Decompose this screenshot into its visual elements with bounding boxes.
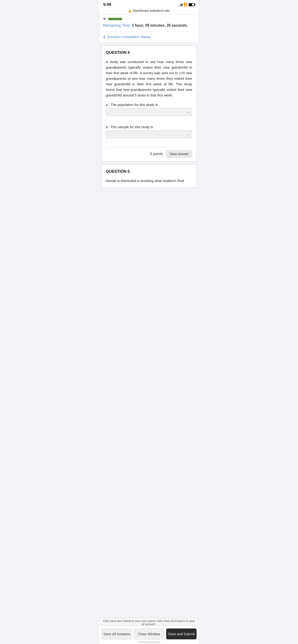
timer-collapse-row [103, 18, 195, 20]
page-content: Remaining Time: 1 hour, 09 minutes, 26 s… [99, 14, 199, 218]
sub-b-text: The sample for this study is [111, 125, 153, 129]
question-4-title: QUESTION 4 [106, 50, 192, 55]
signal-icon [178, 3, 182, 6]
points-label: 6 points [150, 152, 163, 156]
sub-a-dropdown[interactable] [106, 108, 192, 116]
sub-b-period: . [106, 139, 192, 143]
status-bar: 5:09 📶 [99, 0, 199, 8]
timer-text: Remaining Time: 1 hour, 09 minutes, 26 s… [103, 22, 195, 30]
question-5-body-partial: Harriet is interested in knowing what st… [106, 178, 192, 184]
divider [103, 31, 195, 32]
completion-arrow-icon: ❮ [103, 35, 106, 38]
sub-b-dropdown[interactable] [106, 130, 192, 138]
status-time: 5:09 [103, 2, 111, 7]
url-text: blackboard.waketech.edu [133, 9, 170, 12]
sub-a-period: . [106, 117, 192, 121]
collapse-arrow-icon[interactable] [103, 18, 106, 20]
completion-label: Question Completion Status: [107, 35, 151, 39]
question-5-title: QUESTION 5 [106, 169, 192, 174]
remaining-label: Remaining Time: [103, 24, 131, 27]
wifi-icon: 📶 [184, 3, 187, 6]
sub-b-letter: b. [106, 125, 109, 129]
status-icons: 📶 [178, 3, 195, 6]
sub-question-a-label: a. The population for this study is [106, 103, 192, 107]
timer-section: Remaining Time: 1 hour, 09 minutes, 26 s… [99, 14, 199, 43]
remaining-value: 1 hour, 09 minutes, 26 seconds. [132, 24, 188, 27]
sub-a-letter: a. [106, 103, 109, 107]
battery-icon [189, 3, 195, 6]
question-4-card: QUESTION 4 A study was conducted to see … [101, 46, 197, 162]
question-4-body: A study was conducted to see how many ti… [106, 59, 192, 98]
save-answer-button[interactable]: Save Answer [166, 150, 192, 158]
sub-question-a: a. The population for this study is ⌄ . [106, 103, 192, 121]
sub-a-text: The population for this study is [111, 103, 158, 107]
question-5-card: QUESTION 5 Harriet is interested in know… [101, 164, 197, 188]
url-bar: 🔒 blackboard.waketech.edu [99, 8, 199, 14]
progress-bar [108, 18, 122, 20]
lock-icon: 🔒 [128, 9, 132, 12]
question-completion: ❮ Question Completion Status: [103, 34, 195, 39]
sub-b-dropdown-wrapper[interactable]: ⌄ [106, 130, 192, 138]
sub-a-dropdown-wrapper[interactable]: ⌄ [106, 108, 192, 116]
sub-question-b: b. The sample for this study is ⌄ . [106, 125, 192, 143]
sub-question-b-label: b. The sample for this study is [106, 125, 192, 129]
question-4-footer: 6 points Save Answer [106, 147, 192, 158]
